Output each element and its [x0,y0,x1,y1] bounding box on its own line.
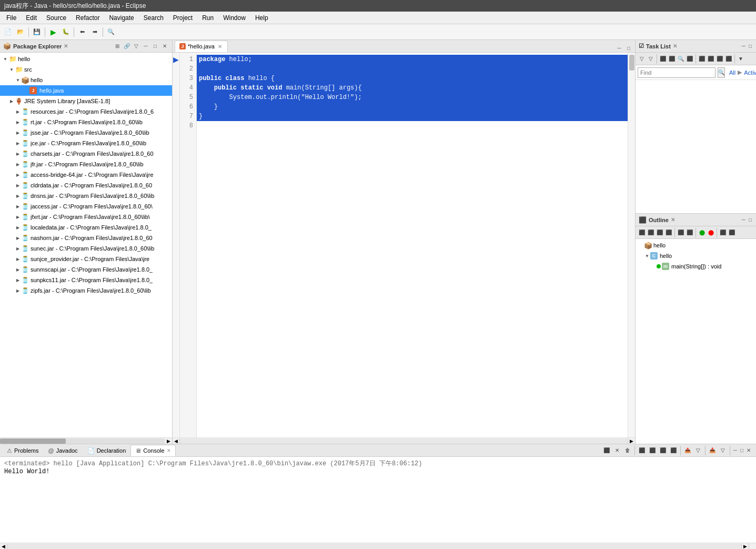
find-btn[interactable]: 🔍 [718,67,725,78]
editor-max-btn[interactable]: □ [624,44,633,52]
explorer-min-btn[interactable]: ─ [142,42,150,51]
console-btn2[interactable]: ⬛ [648,446,657,455]
task-btn3[interactable]: ⬛ [659,55,667,63]
outline-btn2[interactable]: ⬛ [647,228,655,237]
tree-item-jfr[interactable]: ▶ 🫙 jfr.jar - C:\Program Files\Java\jre1… [0,159,172,169]
outline-btn3[interactable]: ⬛ [656,228,664,237]
outline-btn4[interactable]: ⬛ [664,228,673,237]
menu-project[interactable]: Project [169,13,197,23]
new-btn[interactable]: 📄 [2,26,14,38]
menu-edit[interactable]: Edit [22,13,41,23]
console-hscrollbar[interactable]: ◀ ▶ [0,543,756,549]
tab-declaration[interactable]: 📄 Declaration [83,445,131,456]
debug-btn[interactable]: 🐛 [60,26,72,38]
activate-link[interactable]: Activate... [744,69,756,76]
task-btn-down[interactable]: ▼ [737,55,745,63]
tab-javadoc[interactable]: @ Javadoc [43,445,82,456]
tree-item-jfxrt[interactable]: ▶ 🫙 jfxrt.jar - C:\Program Files\Java\jr… [0,212,172,222]
menu-file[interactable]: File [2,13,21,23]
outline-item-package[interactable]: ▶ 📦 hello [636,240,756,251]
menu-source[interactable]: Source [42,13,70,23]
menu-window[interactable]: Window [219,13,250,23]
outline-item-method[interactable]: ▶ m main(String[]) : void [636,261,756,272]
console-btn7[interactable]: 📥 [708,446,717,455]
console-terminate-btn[interactable]: ✕ [612,446,622,455]
tree-item-hello-pkg[interactable]: ▼ 📦 hello [0,75,172,85]
package-tree[interactable]: ▼ 📁 hello ▼ 📁 src ▼ 📦 hello [0,53,172,437]
tree-item-charsets[interactable]: ▶ 🫙 charsets.jar - C:\Program Files\Java… [0,148,172,159]
console-btn3[interactable]: ⬛ [658,446,668,455]
task-btn6[interactable]: ⬛ [686,55,694,63]
all-link[interactable]: All [729,69,735,76]
task-btn9[interactable]: ⬛ [715,55,724,63]
outline-btn10[interactable]: ⬛ [728,228,736,237]
tree-item-localedata[interactable]: ▶ 🫙 localedata.jar - C:\Program Files\Ja… [0,222,172,233]
save-btn[interactable]: 💾 [31,26,43,38]
tree-item-jce[interactable]: ▶ 🫙 jce.jar - C:\Program Files\Java\jre1… [0,138,172,148]
console-btn5[interactable]: 📤 [683,446,692,455]
editor-tab-hello[interactable]: J *hello.java ✕ [175,41,228,52]
editor-vscrollbar[interactable] [628,53,635,437]
tree-item-hello-java[interactable]: ▶ J hello.java [0,85,172,96]
console-btn6[interactable]: ▽ [693,446,703,455]
tree-item-access[interactable]: ▶ 🫙 access-bridge-64.jar - C:\Program Fi… [0,169,172,180]
tree-item-resources[interactable]: ▶ 🫙 resources.jar - C:\Program Files\Jav… [0,106,172,117]
outline-max[interactable]: □ [748,217,753,223]
tree-item-nashorn[interactable]: ▶ 🫙 nashorn.jar - C:\Program Files\Java\… [0,233,172,243]
task-btn7[interactable]: ⬛ [698,55,706,63]
tab-console[interactable]: 🖥 Console ✕ [130,445,175,456]
task-btn2[interactable]: ▽ [647,55,655,63]
tree-item-zipfs[interactable]: ▶ 🫙 zipfs.jar - C:\Program Files\Java\jr… [0,285,172,296]
collapse-all-btn[interactable]: ⊞ [113,42,122,51]
menu-navigate[interactable]: Navigate [105,13,138,23]
back-btn[interactable]: ⬅ [76,26,88,38]
bottom-panel-max[interactable]: □ [739,447,744,453]
menu-help[interactable]: Help [251,13,273,23]
outline-min[interactable]: ─ [741,217,747,223]
console-stop-btn[interactable]: ⬛ [602,446,611,455]
search-btn[interactable]: 🔍 [105,26,117,38]
outline-btn6[interactable]: ⬛ [686,228,694,237]
outline-btn1[interactable]: ⬛ [638,228,646,237]
tree-item-hello-proj[interactable]: ▼ 📁 hello [0,54,172,64]
explorer-hscrollbar[interactable]: ▶ [0,437,172,444]
tree-item-rt[interactable]: ▶ 🫙 rt.jar - C:\Program Files\Java\jre1.… [0,117,172,127]
explorer-menu-btn[interactable]: ▽ [132,42,140,51]
tab-problems[interactable]: ⚠ Problems [2,445,43,456]
tree-item-src[interactable]: ▼ 📁 src [0,64,172,75]
open-btn[interactable]: 📂 [15,26,26,38]
scroll-left-btn[interactable]: ◀ [173,438,180,444]
tree-item-jsse[interactable]: ▶ 🫙 jsse.jar - C:\Program Files\Java\jre… [0,127,172,138]
task-btn10[interactable]: ⬛ [724,55,733,63]
outline-tree[interactable]: ▶ 📦 hello ▼ C hello ▶ m [636,239,756,444]
explorer-close-btn[interactable]: ✕ [160,42,169,51]
console-vscrollbar[interactable] [749,543,756,550]
link-editor-btn[interactable]: 🔗 [123,42,131,51]
console-clear-btn[interactable]: 🗑 [623,446,632,455]
editor-content[interactable]: ▶ 1 2 3 4 5 6 7 8 package hello; p [173,53,635,437]
tree-item-sunec[interactable]: ▶ 🫙 sunec.jar - C:\Program Files\Java\jr… [0,243,172,254]
console-scroll-right[interactable]: ▶ [741,544,749,549]
outline-btn5[interactable]: ⬛ [677,228,685,237]
tree-item-sunmscapi[interactable]: ▶ 🫙 sunmscapi.jar - C:\Program Files\Jav… [0,264,172,275]
bottom-panel-min[interactable]: ─ [732,447,738,453]
scroll-right-btn[interactable]: ▶ [628,438,635,444]
menu-refactor[interactable]: Refactor [72,13,104,23]
console-btn4[interactable]: ⬛ [669,446,678,455]
bottom-panel-close[interactable]: ✕ [745,447,752,453]
explorer-scroll-right[interactable]: ▶ [165,438,172,444]
task-btn4[interactable]: ⬛ [668,55,676,63]
tree-item-sunpkcs11[interactable]: ▶ 🫙 sunpkcs11.jar - C:\Program Files\Jav… [0,275,172,285]
console-scroll-left[interactable]: ◀ [0,544,7,549]
task-btn5[interactable]: 🔍 [677,55,685,63]
task-list-min[interactable]: ─ [741,43,747,49]
task-btn8[interactable]: ⬛ [707,55,715,63]
menu-run[interactable]: Run [198,13,218,23]
task-list-max[interactable]: □ [748,43,753,49]
task-btn1[interactable]: ▽ [638,55,646,63]
tab-close-btn[interactable]: ✕ [217,43,223,49]
run-btn[interactable]: ▶ [47,26,59,38]
explorer-max-btn[interactable]: □ [151,42,159,51]
tree-item-dnsns[interactable]: ▶ 🫙 dnsns.jar - C:\Program Files\Java\jr… [0,191,172,201]
console-content[interactable]: <terminated> hello [Java Application] C:… [0,457,756,543]
